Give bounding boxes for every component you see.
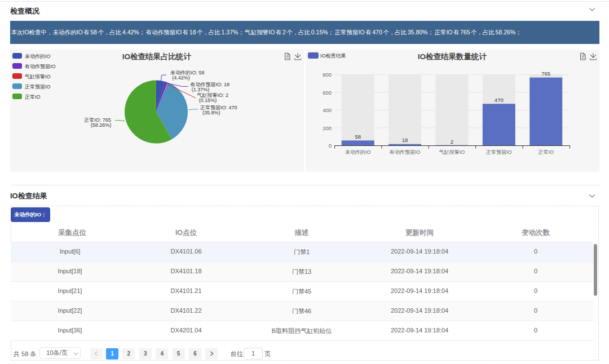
svg-text:IO检查结果: IO检查结果 [320, 53, 346, 59]
svg-text:800: 800 [323, 72, 332, 78]
svg-text:正常IO: 765: 正常IO: 765 [83, 117, 111, 123]
svg-text:0: 0 [329, 143, 332, 149]
svg-text:(4.42%): (4.42%) [172, 75, 190, 81]
svg-text:正常预留IO: 正常预留IO [486, 149, 512, 155]
svg-text:正常预留IO: 正常预留IO [24, 84, 51, 90]
svg-text:未动作的IO: 未动作的IO [345, 149, 371, 155]
svg-text:(58.26%): (58.26%) [91, 122, 112, 128]
svg-text:IO检查结果占比统计: IO检查结果占比统计 [122, 52, 192, 61]
svg-text:气缸报警IO: 气缸报警IO [439, 149, 465, 155]
svg-text:470: 470 [495, 97, 504, 103]
svg-text:正常IO: 正常IO [24, 94, 41, 100]
svg-text:IO检查结果数量统计: IO检查结果数量统计 [418, 52, 487, 61]
svg-text:765: 765 [541, 70, 550, 77]
svg-text:600: 600 [323, 90, 332, 96]
svg-text:有动作预留IO: 有动作预留IO [24, 64, 56, 69]
svg-text:18: 18 [402, 137, 408, 143]
svg-text:有动作预留IO: 有动作预留IO [389, 149, 421, 155]
svg-text:200: 200 [323, 125, 332, 131]
svg-text:正常IO: 正常IO [537, 149, 554, 155]
svg-text:58: 58 [355, 134, 361, 140]
svg-text:(1.37%): (1.37%) [192, 87, 210, 92]
svg-text:2: 2 [451, 139, 453, 145]
svg-text:400: 400 [323, 107, 332, 113]
svg-text:(35.8%): (35.8%) [202, 110, 220, 116]
svg-text:(0.15%): (0.15%) [199, 97, 217, 103]
svg-text:气缸报警IO: 气缸报警IO [24, 74, 51, 79]
svg-text:未动作的IO: 未动作的IO [25, 54, 51, 59]
